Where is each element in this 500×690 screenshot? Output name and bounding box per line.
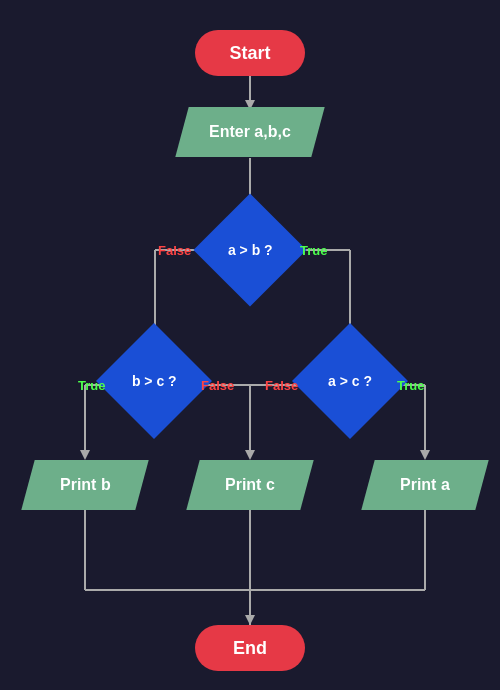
d1-true-label: True xyxy=(300,243,327,258)
svg-marker-12 xyxy=(80,450,90,460)
svg-marker-15 xyxy=(245,450,255,460)
decision3-label: a > c ? xyxy=(328,373,372,389)
end-label: End xyxy=(233,638,267,659)
decision1-label: a > b ? xyxy=(228,242,273,258)
d2-false-label: False xyxy=(201,378,234,393)
printa-node: Print a xyxy=(361,460,488,510)
printb-label: Print b xyxy=(60,476,111,494)
flowchart: Start Enter a,b,c a > b ? False True b >… xyxy=(10,10,490,680)
d3-true-label: True xyxy=(397,378,424,393)
d1-false-label: False xyxy=(158,243,191,258)
printb-node: Print b xyxy=(21,460,148,510)
input-label: Enter a,b,c xyxy=(209,123,291,141)
d3-false-label: False xyxy=(265,378,298,393)
decision1-node: a > b ? xyxy=(193,193,306,306)
printc-label: Print c xyxy=(225,476,275,494)
end-node: End xyxy=(195,625,305,671)
svg-marker-23 xyxy=(245,615,255,625)
decision2-label: b > c ? xyxy=(132,373,177,389)
d2-true-label: True xyxy=(78,378,105,393)
printc-node: Print c xyxy=(186,460,313,510)
input-node: Enter a,b,c xyxy=(175,107,324,157)
start-node: Start xyxy=(195,30,305,76)
start-label: Start xyxy=(229,43,270,64)
decision2-node: b > c ? xyxy=(96,323,212,439)
svg-marker-19 xyxy=(420,450,430,460)
printa-label: Print a xyxy=(400,476,450,494)
decision3-node: a > c ? xyxy=(292,323,408,439)
